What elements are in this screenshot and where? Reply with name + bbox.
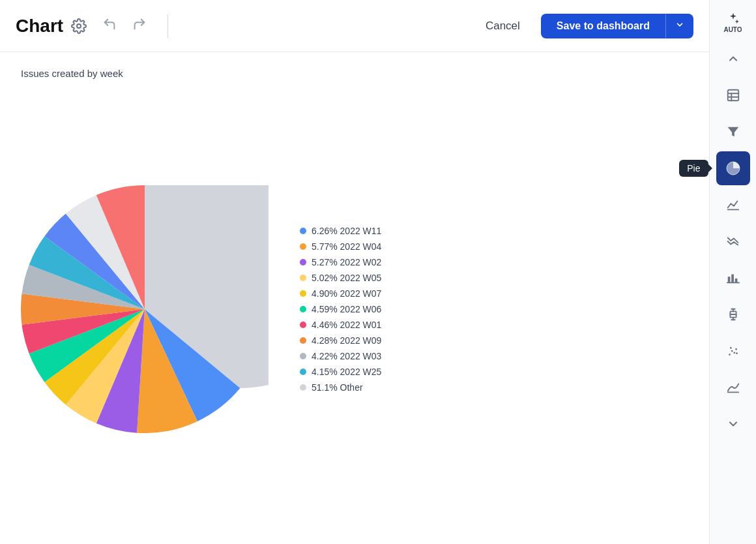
legend-dot-w09 xyxy=(300,337,306,344)
legend-dot-w01 xyxy=(300,322,306,328)
legend-dot-w05 xyxy=(300,275,306,281)
svg-point-17 xyxy=(729,354,731,355)
chevron-up-icon xyxy=(727,52,740,65)
redo-button[interactable] xyxy=(127,14,152,37)
save-to-dashboard-button[interactable]: Save to dashboard xyxy=(541,14,665,38)
pie-button-wrapper: Pie xyxy=(716,151,750,185)
legend-item-w03: 4.22% 2022 W03 xyxy=(300,351,381,361)
area-chart-button[interactable] xyxy=(716,370,750,404)
legend-dot-w11 xyxy=(300,228,306,234)
legend-label-w01: 4.46% 2022 W01 xyxy=(312,320,381,330)
bar-chart-icon xyxy=(726,271,740,285)
box-plot-icon xyxy=(726,307,740,322)
chart-area: Issues created by week xyxy=(0,52,709,544)
filter-icon xyxy=(726,125,740,139)
undo-icon xyxy=(102,17,117,31)
title-area: Chart xyxy=(16,16,87,37)
legend-item-w25: 4.15% 2022 W25 xyxy=(300,367,381,377)
legend-label-w07: 4.90% 2022 W07 xyxy=(312,288,381,299)
header: Chart Can xyxy=(0,0,709,52)
cancel-button[interactable]: Cancel xyxy=(475,14,531,38)
save-dropdown-button[interactable] xyxy=(665,14,693,38)
bar-chart-button[interactable] xyxy=(716,261,750,295)
svg-point-20 xyxy=(729,347,731,349)
pie-chart xyxy=(21,185,269,433)
undo-button[interactable] xyxy=(97,14,122,37)
save-button-group: Save to dashboard xyxy=(541,14,693,38)
legend-label-other: 51.1% Other xyxy=(312,382,363,393)
settings-button[interactable] xyxy=(71,18,87,34)
svg-rect-8 xyxy=(731,275,734,283)
svg-rect-7 xyxy=(727,277,730,282)
multiline-chart-button[interactable] xyxy=(716,224,750,258)
sidebar-down-button[interactable] xyxy=(716,407,750,441)
legend-dot-other xyxy=(300,384,306,391)
svg-point-0 xyxy=(77,24,81,28)
svg-point-22 xyxy=(736,352,738,354)
multiline-icon xyxy=(726,234,740,249)
pie-svg xyxy=(21,185,269,433)
pie-chart-button[interactable] xyxy=(716,151,750,185)
legend-label-w02: 5.27% 2022 W02 xyxy=(312,257,381,267)
legend-item-w07: 4.90% 2022 W07 xyxy=(300,288,381,299)
legend-item-other: 51.1% Other xyxy=(300,382,381,393)
legend-dot-w06 xyxy=(300,306,306,312)
chart-body: 6.26% 2022 W11 5.77% 2022 W04 5.27% 2022… xyxy=(21,89,688,528)
area-icon xyxy=(726,380,740,395)
legend-label-w06: 4.59% 2022 W06 xyxy=(312,304,381,314)
svg-point-21 xyxy=(735,348,737,350)
svg-point-18 xyxy=(731,350,733,352)
line-chart-icon xyxy=(726,198,740,212)
auto-button[interactable]: AUTO xyxy=(716,5,750,39)
scatter-icon xyxy=(726,344,740,358)
table-icon xyxy=(726,88,740,102)
legend-label-w11: 6.26% 2022 W11 xyxy=(312,226,381,236)
table-button[interactable] xyxy=(716,78,750,112)
chevron-down-icon xyxy=(727,417,740,431)
legend: 6.26% 2022 W11 5.77% 2022 W04 5.27% 2022… xyxy=(300,226,381,393)
legend-label-w25: 4.15% 2022 W25 xyxy=(312,367,381,377)
legend-label-w09: 4.28% 2022 W09 xyxy=(312,335,381,346)
legend-item-w01: 4.46% 2022 W01 xyxy=(300,320,381,330)
legend-item-w02: 5.27% 2022 W02 xyxy=(300,257,381,267)
header-divider xyxy=(167,14,168,38)
legend-dot-w03 xyxy=(300,353,306,359)
chart-subtitle: Issues created by week xyxy=(21,68,688,79)
sidebar-up-button[interactable] xyxy=(716,42,750,76)
legend-dot-w25 xyxy=(300,369,306,375)
gear-icon xyxy=(71,18,87,34)
svg-rect-1 xyxy=(727,90,738,101)
auto-label: AUTO xyxy=(723,26,742,33)
right-sidebar: AUTO Pie xyxy=(709,0,756,544)
box-plot-button[interactable] xyxy=(716,297,750,331)
filter-button[interactable] xyxy=(716,115,750,149)
legend-label-w03: 4.22% 2022 W03 xyxy=(312,351,381,361)
scatter-chart-button[interactable] xyxy=(716,334,750,368)
chevron-down-icon xyxy=(675,20,684,29)
legend-dot-w02 xyxy=(300,259,306,265)
legend-dot-w07 xyxy=(300,290,306,297)
svg-point-19 xyxy=(733,352,735,354)
legend-item-w09: 4.28% 2022 W09 xyxy=(300,335,381,346)
legend-item-w05: 5.02% 2022 W05 xyxy=(300,273,381,283)
line-chart-button[interactable] xyxy=(716,188,750,222)
legend-dot-w04 xyxy=(300,243,306,250)
undo-redo-area xyxy=(97,14,152,37)
sparkle-icon xyxy=(727,12,740,25)
legend-item-w04: 5.77% 2022 W04 xyxy=(300,241,381,252)
page-title: Chart xyxy=(16,16,63,37)
svg-rect-9 xyxy=(734,279,737,282)
legend-label-w05: 5.02% 2022 W05 xyxy=(312,273,381,283)
legend-label-w04: 5.77% 2022 W04 xyxy=(312,241,381,252)
legend-item-w11: 6.26% 2022 W11 xyxy=(300,226,381,236)
legend-item-w06: 4.59% 2022 W06 xyxy=(300,304,381,314)
redo-icon xyxy=(132,17,147,31)
pie-icon xyxy=(725,160,741,176)
